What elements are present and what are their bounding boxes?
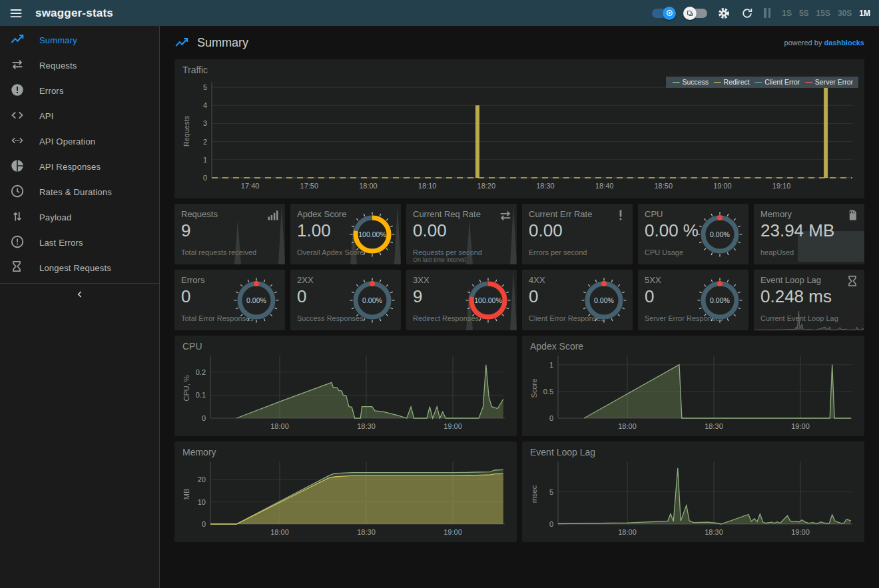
card-title: Apdex Score [297,209,346,219]
card-value: 0.00 [529,220,563,241]
interval-1s[interactable]: 1S [782,9,792,18]
sidebar-item-rates-durations[interactable]: Rates & Durations [0,179,159,204]
svg-text:5: 5 [549,488,553,496]
interval-30s[interactable]: 30S [838,9,852,18]
sidebar-item-errors[interactable]: Errors [0,78,159,103]
gauge: 0.00% [694,208,746,260]
stat-card-memory: Memory23.94 MBheapUsed [754,204,864,264]
sidebar-collapse-button[interactable] [0,284,159,305]
code-ellipsis-icon [10,133,26,149]
gauge-icon: 0.00% [694,208,746,260]
gauge-value: 0.00% [594,296,614,304]
card-value: 0.00 [413,220,447,241]
card-title: 2XX [297,275,314,285]
svg-text:19:00: 19:00 [791,422,810,430]
sidebar-item-label: Summary [39,35,77,45]
traffic-chart: 01234517:4017:5018:0018:1018:2018:3018:4… [181,77,858,195]
gauge-value: 100.00% [474,296,501,304]
svg-text:Requests: Requests [182,115,190,147]
interval-5s[interactable]: 5S [799,9,809,18]
legend-label: Server Error [815,78,853,86]
menu-icon[interactable] [9,6,23,21]
trending-up-icon [10,32,26,48]
legend-dash-client-error: — [755,78,762,86]
card-title: Current Req Rate [413,209,481,219]
svg-text:19:00: 19:00 [791,528,810,536]
refresh-interval-selector: 1S5S15S30S1M [782,9,870,18]
gear-icon[interactable] [717,7,731,20]
sidebar-item-api[interactable]: API [0,103,159,129]
stat-card-errors: Errors0Total Error Responses 0.00% [174,270,285,330]
memory-card-icon [846,208,859,222]
svg-text:18:00: 18:00 [270,422,289,430]
layout-toggle[interactable] [685,9,707,18]
svg-text:msec: msec [530,485,538,503]
card-title: CPU [645,209,663,219]
gauge: 0.00% [694,274,746,326]
traffic-legend: —Success—Redirect—Client Error—Server Er… [666,77,858,88]
card-value: 0.248 ms [760,286,832,307]
svg-text:10: 10 [198,498,206,506]
card-subtitle: Requests per second [413,248,482,256]
dark-mode-toggle[interactable] [652,9,675,18]
card-subtitle: Errors per second [529,248,587,256]
swagger-stats-app: swagger-stats 1S5S15S30S1M [0,0,879,588]
memory-chart-panel: Memory0102018:0018:3019:00MB [174,441,517,542]
sidebar-item-payload[interactable]: Payload [0,204,159,230]
gauge: 0.00% [346,274,398,326]
sidebar-nav: SummaryRequestsErrorsAPIAPI OperationAPI… [0,27,159,280]
cpu-chart: 00.10.218:0018:3019:00CPU, % [181,353,510,433]
gauge: 0.00% [230,274,282,326]
sidebar-item-label: Payload [39,212,71,222]
legend-label: Success [682,78,709,86]
svg-text:CPU, %: CPU, % [182,375,190,401]
stat-card-apdex-score: Apdex Score1.00Overall Apdex Score 100.0… [290,204,401,264]
svg-text:Score: Score [530,379,538,398]
eventloop-chart-panel: Event Loop Lag0518:0018:3019:00msec [522,441,864,542]
card-title: Current Err Rate [529,209,592,219]
svg-text:18:30: 18:30 [705,528,723,536]
sidebar-item-longest-requests[interactable]: Longest Requests [0,255,159,280]
sidebar-item-label: Requests [39,61,77,71]
dashblocks-link[interactable]: dashblocks [824,39,864,47]
interval-15s[interactable]: 15S [816,9,830,18]
page-title: Summary [197,36,248,50]
card-subtitle: CPU Usage [645,248,683,256]
gauge: 100.00% [346,208,398,260]
card-value: 9 [181,220,190,241]
sidebar-item-requests[interactable]: Requests [0,53,159,78]
svg-text:18:20: 18:20 [477,182,496,190]
sidebar-item-last-errors[interactable]: Last Errors [0,230,159,255]
panel-title: Memory [181,445,510,459]
svg-text:1: 1 [203,156,207,164]
card-value: 0 [297,286,306,307]
refresh-icon[interactable] [740,7,754,20]
traffic-bar-19:18 [824,87,828,178]
sidebar-item-label: Rates & Durations [39,187,112,197]
apdex-chart: 00.5118:0018:3019:00Score [529,353,858,433]
svg-text:19:00: 19:00 [443,528,462,536]
interval-1m[interactable]: 1M [859,9,870,18]
card-subtitle: heapUsed [760,248,794,256]
svg-text:17:40: 17:40 [241,182,260,190]
svg-text:18:30: 18:30 [705,422,723,430]
legend-label: Redirect [724,78,750,86]
card-title: Memory [760,209,792,219]
card-subtitle: Total requests received [181,248,256,256]
svg-text:0.1: 0.1 [196,391,206,399]
svg-text:4: 4 [203,101,207,109]
layout-toggle-knob [683,7,697,20]
swap-horizontal-icon [498,208,511,222]
svg-text:3: 3 [203,119,207,127]
card-value: 0 [645,286,654,307]
sidebar-item-api-operation[interactable]: API Operation [0,129,159,154]
traffic-panel: Traffic —Success—Redirect—Client Error—S… [174,59,864,198]
card-value: 1.00 [297,220,331,241]
stat-card-4xx: 4XX0Client Error Responses 0.00% [522,270,633,330]
svg-text:19:10: 19:10 [772,182,791,190]
pause-icon[interactable] [764,8,770,18]
sidebar-item-summary[interactable]: Summary [0,27,159,53]
sidebar-item-api-responses[interactable]: API Responses [0,154,159,179]
svg-text:5: 5 [203,83,207,91]
card-value: 9 [413,286,422,307]
